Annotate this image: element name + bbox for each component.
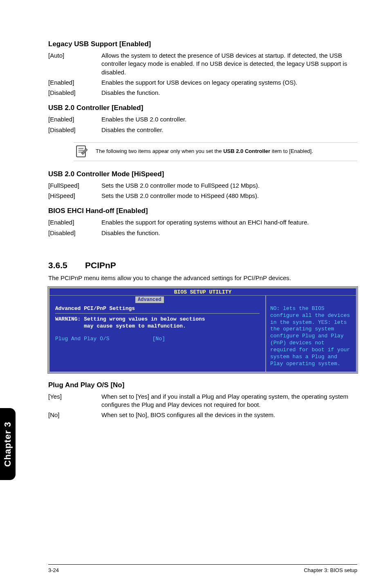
option-key: [Disabled]: [48, 126, 101, 134]
bios-warning: WARNING: Setting wrong values in below s…: [55, 316, 260, 330]
option-row: [Enabled] Enables the USB 2.0 controller…: [48, 115, 357, 123]
option-row: [FullSpeed] Sets the USB 2.0 controller …: [48, 182, 357, 190]
option-desc: Sets the USB 2.0 controller mode to HiSp…: [101, 192, 357, 200]
option-key: [Enabled]: [48, 218, 101, 227]
option-key: [Enabled]: [48, 79, 101, 87]
bios-left-heading: Advanced PCI/PnP Settings: [55, 305, 260, 312]
option-row: [No] When set to [No], BIOS configures a…: [48, 411, 357, 419]
note-text: The following two items appear only when…: [96, 148, 313, 155]
page-footer: 3-24 Chapter 3: BIOS setup: [48, 564, 357, 573]
option-row: [Auto] Allows the system to detect the p…: [48, 52, 357, 76]
option-row: [Disabled] Disables the function.: [48, 89, 357, 97]
note-block: The following two items appear only when…: [74, 138, 357, 165]
bios-screenshot: BIOS SETUP UTILITY Advanced Advanced PCI…: [48, 287, 357, 373]
usb20-ctrl-heading: USB 2.0 Controller [Enabled]: [48, 104, 357, 112]
bios-title: BIOS SETUP UTILITY: [174, 289, 231, 295]
chapter-tab: Chapter 3: [0, 408, 16, 480]
option-row: [Enabled] Enables the support for USB de…: [48, 79, 357, 87]
option-row: [Enabled] Enables the support for operat…: [48, 218, 357, 227]
option-key: [Disabled]: [48, 89, 101, 97]
option-row: [Disabled] Disables the function.: [48, 229, 357, 237]
option-desc: Disables the function.: [101, 89, 357, 97]
pcipnp-intro: The PCIPnP menu items allow you to chang…: [48, 274, 357, 281]
option-desc: Disables the controller.: [101, 126, 357, 134]
option-key: [Enabled]: [48, 115, 101, 123]
page-number: 3-24: [48, 567, 59, 573]
option-desc: Enables the support for USB devices on l…: [101, 79, 357, 87]
pcipnp-heading: 3.6.5PCIPnP: [48, 260, 357, 270]
option-desc: Allows the system to detect the presence…: [101, 52, 357, 76]
option-desc: Enables the support for operating system…: [101, 218, 357, 227]
bios-help-text: NO: lets the BIOS configure all the devi…: [266, 296, 356, 372]
option-key: [HiSpeed]: [48, 192, 101, 200]
option-desc: When set to [Yes] and if you install a P…: [101, 393, 357, 409]
legacy-usb-heading: Legacy USB Support [Enabled]: [48, 40, 357, 48]
option-desc: Disables the function.: [101, 229, 357, 237]
option-key: [Disabled]: [48, 229, 101, 237]
pnp-heading: Plug And Play O/S [No]: [48, 381, 357, 389]
option-row: [Yes] When set to [Yes] and if you insta…: [48, 393, 357, 409]
option-desc: Enables the USB 2.0 controller.: [101, 115, 357, 123]
bios-setting-row: Plug And Play O/S [No]: [55, 336, 260, 342]
usb20-mode-heading: USB 2.0 Controller Mode [HiSpeed]: [48, 170, 357, 178]
option-desc: Sets the USB 2.0 controller mode to Full…: [101, 182, 357, 190]
footer-chapter: Chapter 3: BIOS setup: [304, 567, 357, 573]
option-desc: When set to [No], BIOS configures all th…: [101, 411, 357, 419]
option-key: [FullSpeed]: [48, 182, 101, 190]
option-key: [No]: [48, 411, 101, 419]
option-row: [HiSpeed] Sets the USB 2.0 controller mo…: [48, 192, 357, 200]
option-key: [Yes]: [48, 393, 101, 409]
option-key: [Auto]: [48, 52, 101, 76]
option-row: [Disabled] Disables the controller.: [48, 126, 357, 134]
ehci-heading: BIOS EHCI Hand-off [Enabled]: [48, 207, 357, 215]
note-icon: [74, 144, 88, 159]
